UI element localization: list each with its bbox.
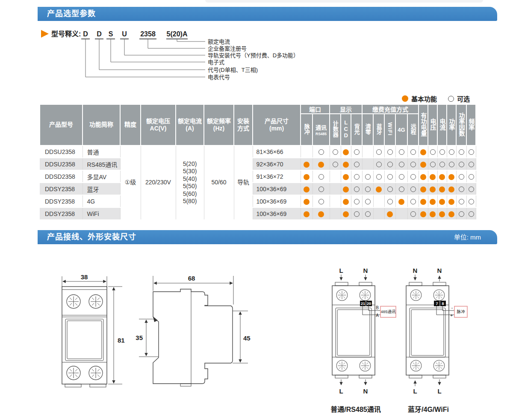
- feature-cell: [419, 158, 428, 170]
- col-header-frequency-meas-text: 频率: [468, 118, 475, 130]
- feature-cell: [428, 145, 437, 158]
- wire-line-label: B: [376, 305, 379, 310]
- wire-line-label: A: [376, 313, 379, 318]
- dimension-drawings: 38 81 68: [38, 257, 500, 419]
- model-labels: 额定电流 企业备案注册号 导轨安装代号（Y预付费、D多功能） 电子式 代号(D单…: [208, 38, 299, 80]
- table-row: DDSU2358普通①级220/230V5(20)5(30)5(40)5(50)…: [40, 145, 476, 158]
- feature-cell: [330, 195, 341, 207]
- feature-dot-optional: [354, 199, 360, 204]
- feature-cell: [341, 183, 351, 195]
- feature-dot-optional: [365, 174, 371, 180]
- feature-cell: [407, 195, 419, 207]
- feature-dot-optional: [387, 186, 393, 192]
- model-label: 企业备案注册号: [208, 45, 247, 52]
- terminal-number: 7: [436, 302, 438, 306]
- feature-cell: [447, 158, 456, 170]
- feature-cell: [351, 158, 362, 170]
- col-header-mount: 安装 方式: [234, 104, 253, 145]
- current-rating-line: 5(20): [176, 160, 204, 168]
- feature-cell: [301, 158, 313, 170]
- feature-dot-basic: [318, 211, 324, 217]
- current-rating-line: 5(40): [176, 175, 204, 183]
- side-rail-dim: 35: [136, 334, 143, 341]
- side-view-drawing: 68 35 45: [136, 275, 250, 386]
- feature-dot-basic: [343, 162, 349, 168]
- front-view-drawing: 38 81: [62, 273, 125, 387]
- col-header-current-meas-text: 电流: [439, 118, 445, 130]
- wire-label: L: [437, 387, 441, 395]
- feature-dot-optional: [387, 174, 393, 180]
- feature-cell: [456, 183, 466, 195]
- legend-optional-ring-icon: [448, 96, 454, 102]
- connector-lines: [86, 39, 205, 77]
- feature-cell: [330, 170, 341, 183]
- feature-dot-optional: [399, 186, 404, 192]
- feature-cell: [419, 195, 428, 207]
- feature-dot-optional: [469, 149, 474, 155]
- feature-dot-optional: [354, 149, 360, 155]
- col-header-power-text: 功率: [448, 118, 455, 130]
- model-label: 导轨安装代号（Y预付费、D多功能）: [208, 52, 299, 59]
- table-row: DDSD2358多显AV91×36×72: [40, 170, 476, 183]
- feature-dot-optional: [449, 149, 454, 155]
- feature-cell: [330, 207, 341, 220]
- col-header-voltage-meas-text: 电压: [430, 118, 436, 130]
- sub-header-pulse-text: 脉冲: [304, 124, 310, 135]
- accuracy-cell: ①级: [120, 145, 141, 220]
- feature-dot-optional: [439, 149, 445, 155]
- sub-header-counter-text: 计数器: [332, 121, 338, 137]
- legend-basic-label: 基本功能: [411, 94, 437, 103]
- wire-label: L: [339, 387, 343, 395]
- feature-cell: [419, 145, 428, 158]
- sub-header-remote-text: 远程: [410, 124, 416, 135]
- feature-cell: [373, 170, 384, 183]
- wire-label: L: [413, 387, 417, 395]
- wiring-diagram-a: L N 21 20 B A 485通讯 L N 普通/RS485通讯: [330, 267, 396, 413]
- feature-cell: [341, 158, 351, 170]
- feature-cell: [351, 183, 362, 195]
- feature-cell: [384, 183, 395, 195]
- model-cell: DDSD2358: [40, 170, 83, 183]
- feature-cell: [313, 195, 330, 207]
- section2-header-bar: 产品接线、外形安装尺寸 单位: mm: [38, 230, 497, 244]
- table-row: DDSY23584G100×36×69: [40, 195, 476, 207]
- feature-dot-basic: [430, 174, 436, 180]
- col-header-frequency-meas: 频率: [466, 104, 476, 145]
- feature-cell: [407, 145, 419, 158]
- feature-cell: [373, 145, 384, 158]
- feature-dot-basic: [343, 174, 349, 180]
- col-header-active-energy: 有功电量: [419, 104, 428, 145]
- frequency-cell: 50/60: [204, 145, 234, 220]
- feature-dot-optional: [469, 174, 474, 180]
- spec-table-body: DDSU2358普通①级220/230V5(20)5(30)5(40)5(50)…: [40, 145, 476, 220]
- section1-title: 产品选型参数: [38, 7, 497, 21]
- feature-cell: [313, 183, 330, 195]
- feature-cell: [362, 158, 373, 170]
- pulse-callout-label: 脉冲: [457, 309, 465, 314]
- feature-dot-basic: [318, 162, 324, 168]
- col-header-mount-line2: 方式: [234, 125, 252, 133]
- feature-dot-optional: [333, 149, 338, 155]
- lcd-screen: [65, 319, 103, 361]
- feature-dot-optional: [469, 199, 474, 204]
- unit-label: 单位: mm: [454, 230, 481, 244]
- feature-dot-optional: [376, 149, 382, 155]
- sub-header-counter: 计数器: [330, 114, 341, 145]
- feature-cell: [341, 195, 351, 207]
- feature-dot-basic: [304, 211, 310, 217]
- col-header-power-factor: 功率因数: [456, 104, 466, 145]
- feature-cell: [351, 207, 362, 220]
- feature-dot-optional: [459, 186, 464, 192]
- feature-dot-basic: [398, 199, 404, 205]
- feature-cell: [428, 158, 437, 170]
- feature-cell: [313, 207, 330, 220]
- product-spec-table: 产品型号 功能简称 精度 额定电压 AC(V) 额定电流 (A) 额定频率 (H…: [39, 104, 476, 220]
- model-cell: DDSY2358: [40, 207, 83, 220]
- feature-cell: [395, 158, 407, 170]
- model-token: D: [83, 30, 88, 38]
- col-header-frequency: 额定频率 (Hz): [204, 104, 234, 145]
- feature-dot-optional: [318, 186, 324, 192]
- diagram-a-caption: 普通/RS485通讯: [330, 405, 380, 413]
- model-cell: DDSU2358: [40, 145, 83, 158]
- current-rating-line: 5(50): [176, 183, 204, 190]
